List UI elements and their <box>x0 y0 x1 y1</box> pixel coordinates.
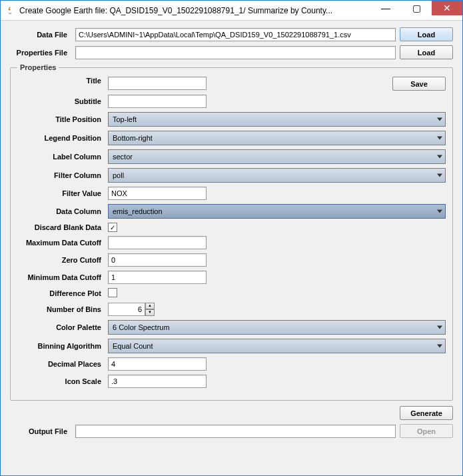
filter-column-value: poll <box>113 171 124 179</box>
diff-plot-row: Difference Plot <box>17 288 446 299</box>
num-bins-label: Number of Bins <box>17 305 104 313</box>
content-area: Data File Load Properties File Load Prop… <box>1 21 462 445</box>
data-file-input[interactable] <box>75 28 396 41</box>
filter-column-label: Filter Column <box>17 171 104 179</box>
chevron-down-icon <box>437 326 442 329</box>
spinner-down-button[interactable]: ▼ <box>145 309 155 316</box>
window-title: Create Google Earth file: QA_DSID159_V0_… <box>19 6 370 15</box>
subtitle-input[interactable] <box>108 95 207 108</box>
output-file-label: Output File <box>10 427 71 435</box>
filter-column-select[interactable]: poll <box>108 168 446 183</box>
icon-scale-label: Icon Scale <box>17 377 104 385</box>
max-cutoff-row: Maximum Data Cutoff <box>17 236 446 249</box>
chevron-down-icon <box>437 345 442 348</box>
java-icon <box>5 5 15 16</box>
diff-plot-label: Difference Plot <box>17 289 104 297</box>
max-cutoff-input[interactable] <box>108 236 207 249</box>
zero-cutoff-input[interactable] <box>108 253 207 267</box>
load-datafile-button[interactable]: Load <box>400 27 453 41</box>
title-position-label: Title Position <box>17 115 104 123</box>
title-position-row: Title Position Top-left <box>17 112 446 127</box>
label-column-select[interactable]: sector <box>108 149 446 164</box>
binning-select[interactable]: Equal Count <box>108 339 446 353</box>
decimal-places-row: Decimal Places <box>17 357 446 371</box>
discard-blank-label: Discard Blank Data <box>17 223 104 231</box>
maximize-button[interactable]: ▢ <box>401 1 432 15</box>
titlebar[interactable]: Create Google Earth file: QA_DSID159_V0_… <box>1 1 462 21</box>
close-button[interactable]: ✕ <box>432 1 462 15</box>
data-column-value: emis_reduction <box>113 207 163 215</box>
min-cutoff-label: Minimum Data Cutoff <box>17 273 104 281</box>
output-file-row: Output File Open <box>10 424 453 438</box>
load-propsfile-button[interactable]: Load <box>400 45 453 59</box>
decimal-places-label: Decimal Places <box>17 360 104 368</box>
palette-row: Color Palette 6 Color Spectrum <box>17 320 446 335</box>
data-column-select[interactable]: emis_reduction <box>108 204 446 219</box>
zero-cutoff-label: Zero Cutoff <box>17 256 104 264</box>
window-controls: — ▢ ✕ <box>370 1 462 20</box>
data-file-row: Data File Load <box>10 27 453 41</box>
label-column-label: Label Column <box>17 153 104 161</box>
chevron-down-icon <box>437 174 442 177</box>
legend-position-row: Legend Position Bottom-right <box>17 131 446 145</box>
legend-position-value: Bottom-right <box>113 134 153 142</box>
discard-blank-checkbox[interactable]: ✓ <box>108 223 117 232</box>
num-bins-row: Number of Bins ▲ ▼ <box>17 303 446 316</box>
data-column-label: Data Column <box>17 207 104 215</box>
window-frame: Create Google Earth file: QA_DSID159_V0_… <box>0 0 463 476</box>
bottom-area: Generate Output File Open <box>10 406 453 438</box>
generate-button[interactable]: Generate <box>400 406 453 420</box>
icon-scale-row: Icon Scale <box>17 375 446 388</box>
filter-value-input[interactable] <box>108 187 207 200</box>
generate-row: Generate <box>10 406 453 420</box>
properties-file-row: Properties File Load <box>10 45 453 59</box>
binning-label: Binning Algorithm <box>17 342 104 350</box>
filter-value-label: Filter Value <box>17 189 104 197</box>
spinner-up-button[interactable]: ▲ <box>145 303 155 309</box>
diff-plot-checkbox[interactable] <box>108 288 117 297</box>
binning-value: Equal Count <box>113 342 153 350</box>
title-label: Title <box>17 77 104 85</box>
palette-value: 6 Color Spectrum <box>113 323 170 331</box>
subtitle-label: Subtitle <box>17 97 104 105</box>
label-column-row: Label Column sector <box>17 149 446 164</box>
subtitle-row: Subtitle <box>17 95 446 108</box>
decimal-places-input[interactable] <box>108 357 207 371</box>
icon-scale-input[interactable] <box>108 375 207 388</box>
legend-position-select[interactable]: Bottom-right <box>108 131 446 145</box>
chevron-down-icon <box>437 137 442 140</box>
save-button[interactable]: Save <box>392 77 446 91</box>
min-cutoff-row: Minimum Data Cutoff <box>17 271 446 284</box>
title-input[interactable] <box>108 77 207 90</box>
properties-legend: Properties <box>17 63 59 71</box>
discard-blank-row: Discard Blank Data ✓ <box>17 223 446 232</box>
chevron-down-icon <box>437 155 442 159</box>
zero-cutoff-row: Zero Cutoff <box>17 253 446 267</box>
title-position-value: Top-left <box>113 115 137 123</box>
open-button[interactable]: Open <box>400 424 453 438</box>
chevron-down-icon <box>437 118 442 121</box>
data-column-row: Data Column emis_reduction <box>17 204 446 219</box>
max-cutoff-label: Maximum Data Cutoff <box>17 239 104 247</box>
palette-select[interactable]: 6 Color Spectrum <box>108 320 446 335</box>
num-bins-input[interactable] <box>108 303 145 316</box>
properties-fieldset: Properties Title Save Subtitle Title Pos… <box>10 63 453 401</box>
num-bins-spinner: ▲ ▼ <box>108 303 446 316</box>
filter-column-row: Filter Column poll <box>17 168 446 183</box>
filter-value-row: Filter Value <box>17 187 446 200</box>
chevron-down-icon <box>437 210 442 213</box>
data-file-label: Data File <box>10 31 71 39</box>
output-file-input[interactable] <box>75 425 396 438</box>
minimize-button[interactable]: — <box>370 1 401 15</box>
title-position-select[interactable]: Top-left <box>108 112 446 127</box>
properties-file-label: Properties File <box>10 49 71 57</box>
binning-row: Binning Algorithm Equal Count <box>17 339 446 353</box>
title-row: Title Save <box>17 77 446 91</box>
legend-position-label: Legend Position <box>17 134 104 142</box>
palette-label: Color Palette <box>17 323 104 331</box>
label-column-value: sector <box>113 153 133 161</box>
min-cutoff-input[interactable] <box>108 271 207 284</box>
properties-file-input[interactable] <box>75 46 396 59</box>
